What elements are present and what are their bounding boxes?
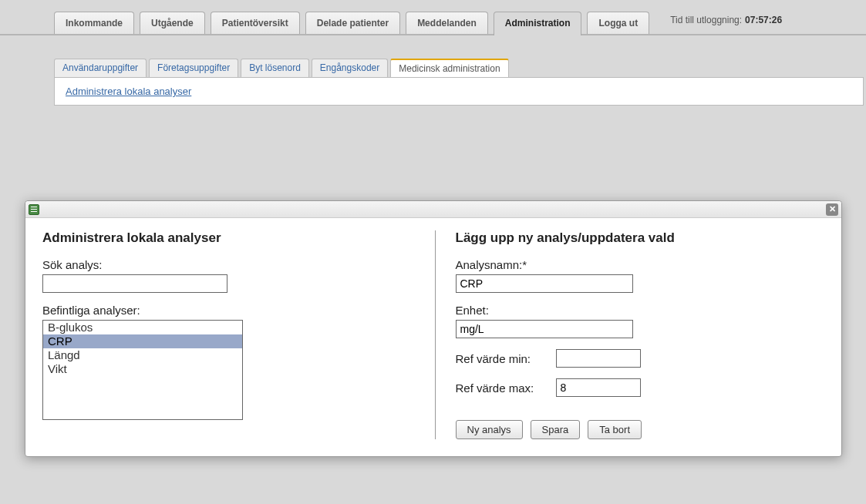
name-input[interactable] <box>456 274 633 293</box>
subtabs-body: Administrera lokala analyser <box>54 77 864 106</box>
logout-timer-label: Tid till utloggning: <box>670 15 742 25</box>
unit-label: Enhet: <box>456 304 825 317</box>
list-item[interactable]: B-glukos <box>43 321 242 334</box>
list-item[interactable]: CRP <box>43 334 242 348</box>
new-analysis-button[interactable]: Ny analys <box>456 420 523 439</box>
modal-left-panel: Administrera lokala analyser Sök analys:… <box>42 230 412 439</box>
search-input[interactable] <box>42 274 227 293</box>
save-button[interactable]: Spara <box>531 420 581 439</box>
analyses-listbox[interactable]: B-glukos CRP Längd Vikt <box>42 320 243 420</box>
logout-timer: Tid till utloggning: 07:57:26 <box>670 11 782 34</box>
close-icon[interactable]: ✕ <box>826 203 838 216</box>
modal-right-panel: Lägg upp ny analys/uppdatera vald Analys… <box>435 230 825 439</box>
modal-body: Administrera lokala analyser Sök analys:… <box>25 218 841 456</box>
search-label: Sök analys: <box>42 258 412 271</box>
tab-utgaende[interactable]: Utgående <box>140 12 205 34</box>
modal-header: ✕ <box>25 201 841 218</box>
link-administrera-lokala-analyser[interactable]: Administrera lokala analyser <box>66 86 191 97</box>
window-icon <box>29 204 39 215</box>
delete-button[interactable]: Ta bort <box>588 420 642 439</box>
tab-administration[interactable]: Administration <box>494 12 582 35</box>
list-item[interactable]: Vikt <box>43 362 242 376</box>
subtab-foretagsuppgifter[interactable]: Företagsuppgifter <box>149 59 238 77</box>
subtabs-container: Användaruppgifter Företagsuppgifter Byt … <box>54 59 864 106</box>
button-row: Ny analys Spara Ta bort <box>456 420 825 439</box>
logout-timer-value: 07:57:26 <box>745 15 782 25</box>
tab-patientoversikt[interactable]: Patientöversikt <box>211 12 300 34</box>
unit-input[interactable] <box>456 320 633 338</box>
refmin-label: Ref värde min: <box>456 352 556 365</box>
subtabs: Användaruppgifter Företagsuppgifter Byt … <box>54 59 864 77</box>
tab-delade-patienter[interactable]: Delade patienter <box>305 12 400 34</box>
tab-logga-ut[interactable]: Logga ut <box>587 12 649 34</box>
refmax-label: Ref värde max: <box>456 381 556 395</box>
refmin-input[interactable] <box>556 349 641 368</box>
left-title: Administrera lokala analyser <box>42 230 412 246</box>
tab-meddelanden[interactable]: Meddelanden <box>406 12 488 34</box>
list-label: Befintliga analyser: <box>42 304 412 317</box>
subtab-anvandaruppgifter[interactable]: Användaruppgifter <box>54 59 147 77</box>
name-label: Analysnamn:* <box>456 258 825 271</box>
subtab-engangskoder[interactable]: Engångskoder <box>312 59 388 77</box>
list-item[interactable]: Längd <box>43 348 242 362</box>
refmax-input[interactable] <box>556 378 641 397</box>
modal-administrera-analyser: ✕ Administrera lokala analyser Sök analy… <box>25 200 842 457</box>
tab-inkommande[interactable]: Inkommande <box>54 12 134 34</box>
subtab-byt-losenord[interactable]: Byt lösenord <box>241 59 309 77</box>
top-nav: Inkommande Utgående Patientöversikt Dela… <box>0 0 866 35</box>
subtab-medicinsk-administration[interactable]: Medicinsk administration <box>390 59 508 77</box>
right-title: Lägg upp ny analys/uppdatera vald <box>456 230 825 246</box>
